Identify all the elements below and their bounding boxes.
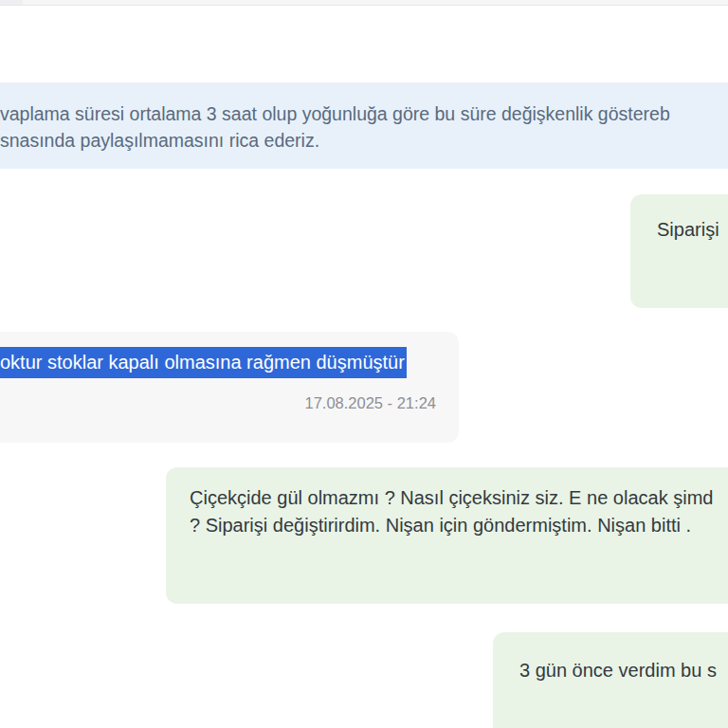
message-bubble-outgoing-2: Çiçekçide gül olmazmı ? Nasıl çiçeksiniz…: [166, 467, 728, 604]
top-toolbar-fragment: [0, 0, 23, 5]
chat-page: vaplama süresi ortalama 3 saat olup yoğu…: [0, 0, 728, 728]
info-banner: vaplama süresi ortalama 3 saat olup yoğu…: [0, 82, 728, 169]
message-text: 3 gün önce verdim bu s: [519, 660, 717, 681]
message-text: Siparişi: [657, 219, 719, 240]
info-banner-line1: vaplama süresi ortalama 3 saat olup yoğu…: [0, 100, 728, 127]
top-toolbar-edge: [0, 0, 728, 6]
message-text-line2: ? Siparişi değiştirirdim. Nişan için gön…: [190, 512, 728, 539]
message-bubble-outgoing-3: 3 gün önce verdim bu s: [493, 632, 728, 728]
message-text-line1: Çiçekçide gül olmazmı ? Nasıl çiçeksiniz…: [190, 484, 728, 512]
message-bubble-outgoing-1: Siparişi: [630, 194, 728, 308]
selected-message-text[interactable]: oktur stoklar kapalı olmasına rağmen düş…: [0, 347, 407, 378]
message-bubble-incoming: oktur stoklar kapalı olmasına rağmen düş…: [0, 332, 459, 443]
info-banner-line2: snasında paylaşılmamasını rica ederiz.: [0, 127, 728, 154]
message-timestamp: 17.08.2025 - 21:24: [0, 390, 436, 417]
